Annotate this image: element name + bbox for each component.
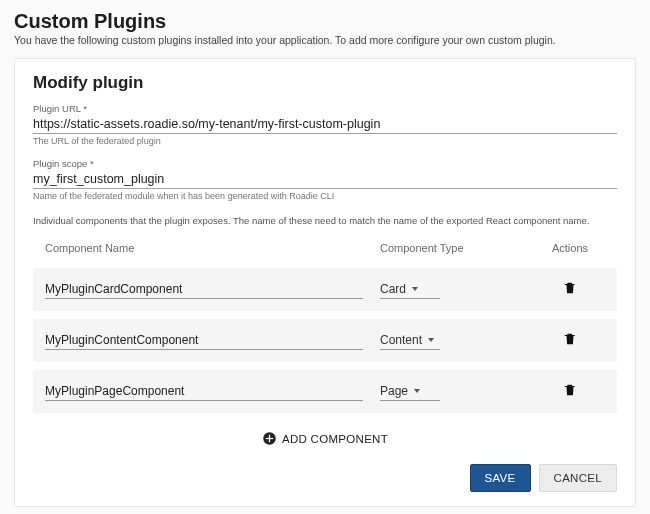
components-table-head: Component Name Component Type Actions: [33, 236, 617, 260]
component-type-select[interactable]: Page: [380, 382, 440, 401]
plugin-scope-input[interactable]: [33, 169, 617, 189]
component-type-value: Page: [380, 384, 408, 398]
delete-component-button[interactable]: [563, 332, 577, 346]
components-table: Component Name Component Type Actions Ca…: [33, 236, 617, 413]
component-type-value: Content: [380, 333, 422, 347]
component-row: Content: [33, 319, 617, 362]
component-row: Page: [33, 370, 617, 413]
cancel-button[interactable]: CANCEL: [539, 464, 617, 492]
plus-circle-icon: [262, 431, 277, 446]
delete-component-button[interactable]: [563, 281, 577, 295]
component-type-value: Card: [380, 282, 406, 296]
delete-component-button[interactable]: [563, 383, 577, 397]
component-row: Card: [33, 268, 617, 311]
head-name: Component Name: [45, 242, 380, 254]
component-name-input[interactable]: [45, 280, 363, 299]
modal-footer: SAVE CANCEL: [33, 464, 617, 492]
caret-down-icon: [414, 389, 420, 393]
head-type: Component Type: [380, 242, 535, 254]
add-component-label: ADD COMPONENT: [282, 433, 388, 445]
plugin-scope-helper: Name of the federated module when it has…: [33, 191, 617, 201]
modify-plugin-card: Modify plugin Plugin URL * The URL of th…: [14, 58, 636, 507]
component-type-select[interactable]: Card: [380, 280, 440, 299]
page-title: Custom Plugins: [14, 10, 636, 33]
modal-title: Modify plugin: [33, 73, 617, 93]
trash-icon: [563, 281, 577, 295]
components-helper: Individual components that the plugin ex…: [33, 215, 617, 226]
plugin-url-input[interactable]: [33, 114, 617, 134]
component-type-select[interactable]: Content: [380, 331, 440, 350]
component-name-input[interactable]: [45, 382, 363, 401]
plugin-scope-label: Plugin scope *: [33, 158, 617, 169]
save-button[interactable]: SAVE: [470, 464, 531, 492]
plugin-url-label: Plugin URL *: [33, 103, 617, 114]
trash-icon: [563, 332, 577, 346]
add-component-button[interactable]: ADD COMPONENT: [33, 431, 617, 446]
caret-down-icon: [412, 287, 418, 291]
svg-rect-2: [266, 438, 274, 439]
head-actions: Actions: [535, 242, 605, 254]
plugin-url-helper: The URL of the federated plugin: [33, 136, 617, 146]
page-subtitle: You have the following custom plugins in…: [14, 34, 636, 46]
trash-icon: [563, 383, 577, 397]
caret-down-icon: [428, 338, 434, 342]
component-name-input[interactable]: [45, 331, 363, 350]
